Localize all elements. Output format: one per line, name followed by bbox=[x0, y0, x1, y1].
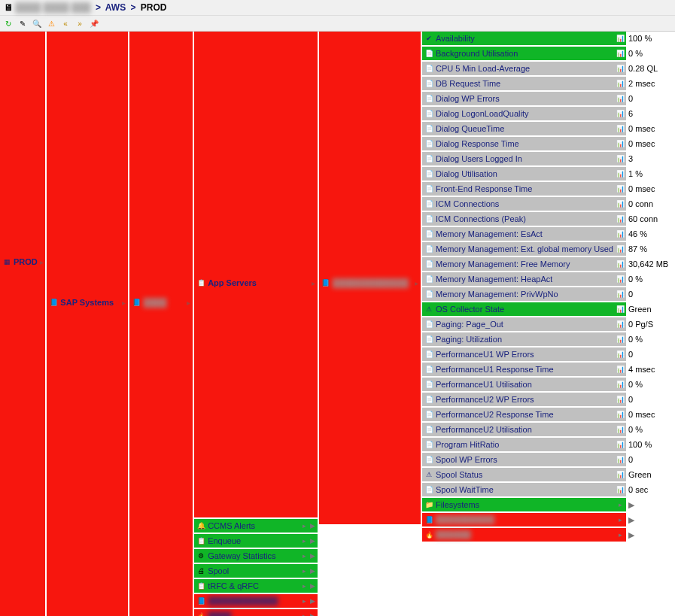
app-group-row[interactable]: 📋Enqueue▸▶ bbox=[194, 534, 318, 548]
breadcrumb-aws[interactable]: AWS bbox=[105, 2, 126, 13]
chart-icon[interactable]: 📊 bbox=[616, 137, 626, 150]
metric-row[interactable]: 📄Front-End Response Time📊0 msec bbox=[422, 182, 673, 196]
metric-group-row[interactable]: 📁Filesystems▸▶ bbox=[422, 498, 673, 511]
metric-row[interactable]: ⚠Spool Status📊Green bbox=[422, 468, 673, 481]
metric-row[interactable]: 📄Spool WaitTime📊0 sec bbox=[422, 483, 673, 496]
metric-row[interactable]: 📄PerformanceU2 Utilisation📊0 % bbox=[422, 423, 673, 436]
chart-icon[interactable]: 📊 bbox=[616, 182, 626, 196]
pin-icon[interactable]: 📌 bbox=[88, 17, 100, 29]
edit-icon[interactable]: ✎ bbox=[17, 17, 29, 29]
chart-icon[interactable]: 📊 bbox=[616, 77, 626, 90]
expand-icon[interactable]: ▸ bbox=[616, 498, 626, 511]
expand-icon[interactable]: ▸ bbox=[303, 567, 306, 575]
metric-row[interactable]: 📄Memory Management: Ext. global memory U… bbox=[422, 242, 673, 256]
chart-icon[interactable]: 📊 bbox=[616, 47, 626, 60]
prev-icon[interactable]: « bbox=[59, 17, 71, 29]
metric-row[interactable]: 📄Dialog Utilisation📊1 % bbox=[422, 167, 673, 181]
chart-icon[interactable]: 📊 bbox=[616, 287, 626, 301]
chart-icon[interactable]: 📊 bbox=[616, 32, 626, 45]
chart-icon[interactable]: 📊 bbox=[616, 257, 626, 271]
chart-icon[interactable]: 📊 bbox=[616, 227, 626, 241]
col-sap-systems[interactable]: 📘 SAP Systems ▸ bbox=[47, 32, 129, 616]
expand-icon[interactable]: ▸ bbox=[40, 258, 44, 266]
chart-icon[interactable]: 📊 bbox=[616, 468, 626, 481]
col-prod[interactable]: ▦ PROD ▸ bbox=[0, 32, 47, 616]
app-group-row[interactable]: 📘████████████▸▶ bbox=[194, 594, 318, 608]
app-group-row[interactable]: ⚙Gateway Statistics▸▶ bbox=[194, 549, 318, 563]
expand-icon[interactable]: ▸ bbox=[616, 513, 626, 526]
metric-row[interactable]: 📄Memory Management: HeapAct📊0 % bbox=[422, 272, 673, 286]
expand-icon[interactable]: ▸ bbox=[616, 528, 626, 542]
arrow-icon[interactable]: ▶ bbox=[310, 567, 315, 575]
metric-row[interactable]: ✔Availability📊100 % bbox=[422, 32, 673, 45]
metric-row[interactable]: 📄Dialog QueueTime📊0 msec bbox=[422, 122, 673, 135]
chart-icon[interactable]: 📊 bbox=[616, 167, 626, 181]
metric-row[interactable]: 📄Memory Management: EsAct📊46 % bbox=[422, 227, 673, 241]
metric-row[interactable]: 📄Dialog WP Errors📊0 bbox=[422, 92, 673, 105]
metric-group-row[interactable]: 📘██████████▸▶ bbox=[422, 513, 673, 526]
chart-icon[interactable]: 📊 bbox=[616, 272, 626, 286]
app-group-row[interactable]: 🔥████▸▶ bbox=[194, 609, 318, 616]
metric-row[interactable]: 📄Paging: Page_Out📊0 Pg/S bbox=[422, 317, 673, 331]
arrow-icon[interactable]: ▶ bbox=[626, 528, 673, 542]
chart-icon[interactable]: 📊 bbox=[616, 242, 626, 256]
metric-group-row[interactable]: 🔥██████▸▶ bbox=[422, 528, 673, 542]
expand-icon[interactable]: ▸ bbox=[303, 552, 306, 560]
expand-icon[interactable]: ▸ bbox=[303, 537, 306, 545]
chart-icon[interactable]: 📊 bbox=[616, 393, 626, 406]
expand-icon[interactable]: ▸ bbox=[312, 279, 315, 287]
expand-icon[interactable]: ▸ bbox=[303, 582, 306, 590]
chart-icon[interactable]: 📊 bbox=[616, 122, 626, 135]
metric-row[interactable]: 📄PerformanceU1 WP Errors📊0 bbox=[422, 347, 673, 361]
arrow-icon[interactable]: ▶ bbox=[310, 552, 315, 560]
arrow-icon[interactable]: ▶ bbox=[310, 612, 315, 616]
arrow-icon[interactable]: ▶ bbox=[626, 513, 673, 526]
metric-row[interactable]: 📄CPU 5 Min Load-Average📊0.28 QL bbox=[422, 62, 673, 75]
expand-icon[interactable]: ▸ bbox=[303, 612, 306, 616]
metric-row[interactable]: 📄ICM Connections📊0 conn bbox=[422, 197, 673, 211]
arrow-icon[interactable]: ▶ bbox=[626, 498, 673, 511]
chart-icon[interactable]: 📊 bbox=[616, 363, 626, 376]
chart-icon[interactable]: 📊 bbox=[616, 332, 626, 346]
next-icon[interactable]: » bbox=[74, 17, 86, 29]
col-instance[interactable]: 📘 █████████████ ▸ bbox=[319, 32, 422, 524]
expand-icon[interactable]: ▸ bbox=[187, 299, 190, 307]
expand-icon[interactable]: ▸ bbox=[122, 299, 126, 307]
app-servers-block[interactable]: 📋 App Servers ▸ bbox=[194, 32, 318, 517]
chart-icon[interactable]: 📊 bbox=[616, 152, 626, 165]
metric-row[interactable]: 📄ICM Connections (Peak)📊60 conn bbox=[422, 212, 673, 226]
app-group-row[interactable]: 📋tRFC & qRFC▸▶ bbox=[194, 579, 318, 593]
chart-icon[interactable]: 📊 bbox=[616, 62, 626, 75]
chart-icon[interactable]: 📊 bbox=[616, 347, 626, 361]
expand-icon[interactable]: ▸ bbox=[303, 597, 306, 605]
metric-row[interactable]: 📄Program HitRatio📊100 % bbox=[422, 438, 673, 451]
chart-icon[interactable]: 📊 bbox=[616, 453, 626, 466]
refresh-icon[interactable]: ↻ bbox=[2, 17, 14, 29]
chart-icon[interactable]: 📊 bbox=[616, 197, 626, 211]
expand-icon[interactable]: ▸ bbox=[415, 279, 418, 287]
chart-icon[interactable]: 📊 bbox=[616, 438, 626, 451]
metric-row[interactable]: 📄PerformanceU2 WP Errors📊0 bbox=[422, 393, 673, 406]
arrow-icon[interactable]: ▶ bbox=[310, 537, 315, 545]
metric-row[interactable]: 📄Memory Management: PrivWpNo📊0 bbox=[422, 287, 673, 301]
chart-icon[interactable]: 📊 bbox=[616, 107, 626, 120]
chart-icon[interactable]: 📊 bbox=[616, 212, 626, 226]
app-group-row[interactable]: 🔔CCMS Alerts▸▶ bbox=[194, 519, 318, 533]
metric-row[interactable]: 📄Memory Management: Free Memory📊30,642 M… bbox=[422, 257, 673, 271]
metric-row[interactable]: 📄Dialog Users Logged In📊3 bbox=[422, 152, 673, 165]
arrow-icon[interactable]: ▶ bbox=[310, 522, 315, 530]
metric-row[interactable]: 📄PerformanceU1 Utilisation📊0 % bbox=[422, 378, 673, 391]
chart-icon[interactable]: 📊 bbox=[616, 408, 626, 421]
metric-row[interactable]: 📄DB Request Time📊2 msec bbox=[422, 77, 673, 90]
metric-row[interactable]: 📄Dialog LogonLoadQuality📊6 bbox=[422, 107, 673, 120]
metric-row[interactable]: 📄Paging: Utilization📊0 % bbox=[422, 332, 673, 346]
warn-icon[interactable]: ⚠ bbox=[45, 17, 57, 29]
metric-row[interactable]: 📄Background Utilisation📊0 % bbox=[422, 47, 673, 60]
metric-row[interactable]: ⚠OS Collector State📊Green bbox=[422, 302, 673, 316]
chart-icon[interactable]: 📊 bbox=[616, 483, 626, 496]
chart-icon[interactable]: 📊 bbox=[616, 423, 626, 436]
chart-icon[interactable]: 📊 bbox=[616, 317, 626, 331]
app-group-row[interactable]: 🖨Spool▸▶ bbox=[194, 564, 318, 578]
chart-icon[interactable]: 📊 bbox=[616, 302, 626, 316]
breadcrumb-root[interactable]: ████ ████ ███ bbox=[15, 2, 90, 13]
